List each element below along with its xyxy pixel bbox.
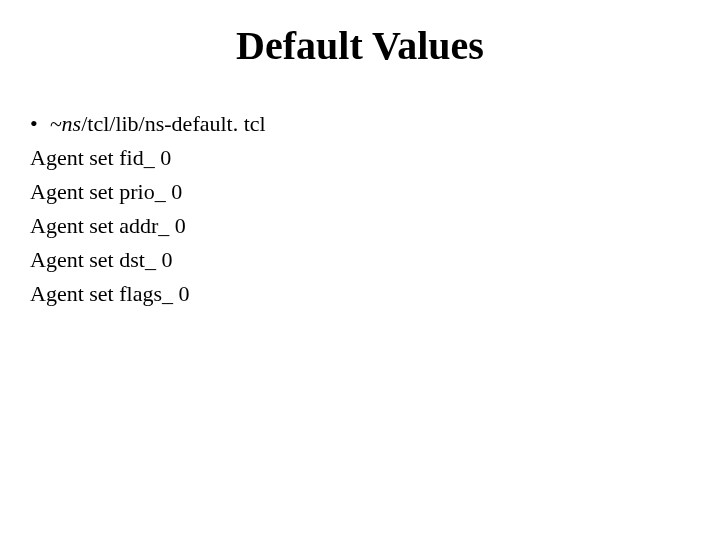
bullet-prefix-italic: ~ns <box>50 111 81 136</box>
bullet-suffix: /tcl/lib/ns-default. tcl <box>81 111 266 136</box>
bullet-marker: • <box>30 107 38 141</box>
code-line: Agent set dst_ 0 <box>30 243 690 277</box>
slide-title: Default Values <box>30 22 690 69</box>
code-line: Agent set prio_ 0 <box>30 175 690 209</box>
bullet-text: ~ns/tcl/lib/ns-default. tcl <box>50 107 266 141</box>
slide-content: • ~ns/tcl/lib/ns-default. tcl Agent set … <box>30 107 690 312</box>
bullet-item: • ~ns/tcl/lib/ns-default. tcl <box>30 107 690 141</box>
slide: Default Values • ~ns/tcl/lib/ns-default.… <box>0 0 720 540</box>
code-line: Agent set addr_ 0 <box>30 209 690 243</box>
code-line: Agent set fid_ 0 <box>30 141 690 175</box>
code-line: Agent set flags_ 0 <box>30 277 690 311</box>
